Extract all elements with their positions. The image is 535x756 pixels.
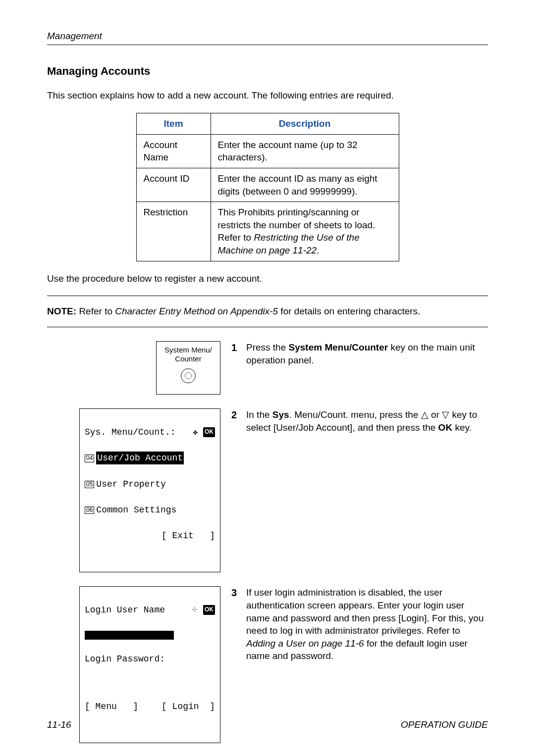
cell-desc: Enter the account name (up to 32 charact… xyxy=(211,134,399,168)
section-title: Managing Accounts xyxy=(47,64,488,79)
lcd-title: Login User Name xyxy=(85,604,165,616)
key-label-line2: Counter xyxy=(157,354,220,363)
note-ref: Character Entry Method on Appendix-5 xyxy=(115,306,278,316)
th-description: Description xyxy=(211,113,399,134)
key-label-line1: System Menu/ xyxy=(157,346,220,354)
procedure-intro: Use the procedure below to register a ne… xyxy=(47,272,488,285)
note-rule-top xyxy=(47,296,488,296)
note-label: NOTE: xyxy=(47,306,76,316)
cell-item: Account Name xyxy=(136,134,211,168)
ok-icon: OK xyxy=(203,427,215,437)
t: Adding a User on page 11-6 xyxy=(246,638,364,649)
t: or xyxy=(428,409,442,420)
note-post: for details on entering characters. xyxy=(278,306,420,316)
cell-desc: Enter the account ID as many as eight di… xyxy=(211,168,399,202)
up-triangle-icon: △ xyxy=(421,409,428,420)
down-triangle-icon: ▽ xyxy=(442,409,449,420)
t: Sys xyxy=(272,409,289,420)
cell-desc: This Prohibits printing/scanning or rest… xyxy=(211,202,399,261)
footer-guide: OPERATION GUIDE xyxy=(401,718,488,731)
t: . Menu/Count. menu, press the xyxy=(289,409,421,420)
step-number: 2 xyxy=(231,408,240,434)
t: OK xyxy=(438,422,453,433)
step-number: 1 xyxy=(231,341,240,366)
lcd-sys-menu: Sys. Menu/Count.:✥ OK 04User/Job Account… xyxy=(79,408,220,572)
step-text: In the Sys. Menu/Count. menu, press the … xyxy=(246,408,488,434)
page-number: 11-16 xyxy=(47,718,71,731)
row-num: 05 xyxy=(85,481,94,488)
lcd-password-label: Login Password: xyxy=(85,653,215,665)
header-topic: Management xyxy=(47,30,488,43)
system-menu-key: System Menu/ Counter xyxy=(156,341,220,395)
intro-text: This section explains how to add a new a… xyxy=(47,89,488,102)
row-num: 06 xyxy=(85,506,94,514)
th-item: Item xyxy=(136,113,211,134)
header-rule xyxy=(47,45,488,45)
table-row: Account ID Enter the account ID as many … xyxy=(136,168,399,202)
lcd-row: Common Settings xyxy=(96,505,176,515)
softkey-menu: Menu xyxy=(96,702,117,711)
lcd-row-selected: User/Job Account xyxy=(96,452,184,464)
t: key. xyxy=(452,422,472,433)
table-row: Account Name Enter the account name (up … xyxy=(136,134,399,168)
login-username-field xyxy=(85,631,174,640)
softkey-exit: Exit xyxy=(172,531,194,541)
t: Press the xyxy=(246,342,289,353)
key-button-icon xyxy=(181,368,196,383)
softkey-login: Login xyxy=(172,702,199,711)
row-num: 04 xyxy=(85,454,94,462)
lcd-row: User Property xyxy=(96,479,165,489)
step-number: 3 xyxy=(231,586,240,662)
cell-item: Restriction xyxy=(136,202,211,261)
t: If user login administration is disabled… xyxy=(246,587,484,636)
t: System Menu/Counter xyxy=(289,342,388,353)
items-table: Item Description Account Name Enter the … xyxy=(136,113,399,261)
note-main: NOTE: Refer to Character Entry Method on… xyxy=(47,305,488,318)
desc-post: . xyxy=(317,245,319,255)
step-text: Press the System Menu/Counter key on the… xyxy=(246,341,488,366)
ok-icon: OK xyxy=(203,605,215,614)
note-pre: Refer to xyxy=(76,306,115,316)
step-text: If user login administration is disabled… xyxy=(246,586,488,662)
lcd-title: Sys. Menu/Count.: xyxy=(85,426,176,439)
note-rule-bottom xyxy=(47,327,488,327)
cell-item: Account ID xyxy=(136,168,211,202)
t: In the xyxy=(246,409,272,420)
nav-icon: ✥ xyxy=(193,428,198,437)
nav-icon: ⁘ xyxy=(191,606,198,615)
table-row: Restriction This Prohibits printing/scan… xyxy=(136,202,399,261)
